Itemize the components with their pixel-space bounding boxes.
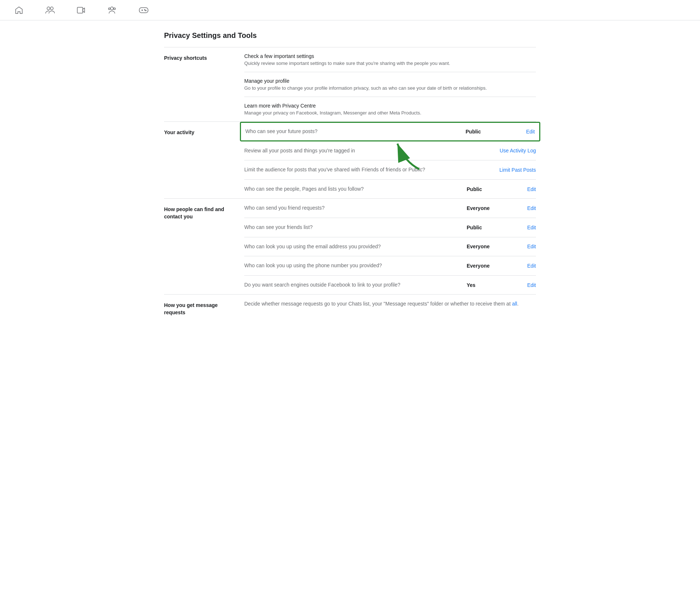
search-engines-row: Do you want search engines outside Faceb… (244, 276, 536, 295)
message-requests-all-link[interactable]: all (512, 301, 517, 307)
svg-rect-2 (77, 7, 83, 13)
message-requests-label: How you get message requests (164, 295, 244, 323)
top-nav (0, 0, 700, 20)
activity-log-description: Review all your posts and things you're … (244, 147, 467, 155)
shortcut-row-3: Learn more with Privacy Centre Manage yo… (244, 97, 536, 121)
friends-list-description: Who can see your friends list? (244, 224, 467, 231)
phone-lookup-description: Who can look you up using the phone numb… (244, 262, 467, 269)
phone-lookup-edit-button[interactable]: Edit (499, 263, 536, 269)
friend-requests-description: Who can send you friend requests? (244, 205, 467, 212)
email-lookup-edit-button[interactable]: Edit (499, 244, 536, 249)
your-activity-items: Who can see your future posts? Public Ed… (244, 122, 536, 198)
limit-past-posts-button[interactable]: Limit Past Posts (499, 167, 536, 173)
limit-past-posts-row: Limit the audience for posts that you've… (244, 160, 536, 180)
email-lookup-row: Who can look you up using the email addr… (244, 237, 536, 257)
friend-requests-row: Who can send you friend requests? Everyo… (244, 199, 536, 218)
shortcut-title-3[interactable]: Learn more with Privacy Centre (244, 103, 536, 109)
shortcut-desc-1: Quickly review some important settings t… (244, 61, 536, 66)
future-posts-description: Who can see your future posts? (245, 128, 466, 135)
message-requests-section: How you get message requests Decide whet… (164, 295, 536, 323)
future-posts-edit-button[interactable]: Edit (498, 129, 535, 135)
email-lookup-description: Who can look you up using the email addr… (244, 243, 467, 250)
gaming-icon[interactable] (139, 6, 149, 14)
svg-point-1 (50, 7, 53, 10)
privacy-shortcuts-items: Check a few important settings Quickly r… (244, 47, 536, 121)
video-icon[interactable] (77, 6, 85, 15)
your-activity-section: Your activity Who can see your future po… (164, 122, 536, 198)
phone-lookup-row: Who can look you up using the phone numb… (244, 256, 536, 276)
phone-lookup-value: Everyone (467, 263, 499, 269)
find-contact-section: How people can find and contact you Who … (164, 199, 536, 294)
activity-log-row: Review all your posts and things you're … (244, 141, 536, 161)
follow-list-row: Who can see the people, Pages and lists … (244, 180, 536, 199)
svg-point-8 (145, 10, 146, 11)
friend-requests-value: Everyone (467, 205, 499, 211)
limit-past-posts-description: Limit the audience for posts that you've… (244, 166, 467, 174)
friends-list-edit-button[interactable]: Edit (499, 225, 536, 230)
email-lookup-value: Everyone (467, 244, 499, 249)
svg-rect-6 (139, 8, 148, 13)
svg-point-0 (47, 7, 50, 10)
message-requests-items: Decide whether message requests go to yo… (244, 295, 536, 323)
groups-icon[interactable] (107, 6, 117, 15)
main-content: Privacy Settings and Tools Privacy short… (149, 20, 551, 335)
privacy-shortcuts-label: Privacy shortcuts (164, 47, 244, 121)
message-requests-row: Decide whether message requests go to yo… (244, 295, 536, 314)
friends-list-value: Public (467, 225, 499, 230)
future-posts-row: Who can see your future posts? Public Ed… (240, 122, 540, 141)
your-activity-label: Your activity (164, 122, 244, 198)
privacy-shortcuts-section: Privacy shortcuts Check a few important … (164, 47, 536, 121)
page-title: Privacy Settings and Tools (164, 31, 536, 40)
nav-icons (15, 6, 149, 15)
find-contact-label: How people can find and contact you (164, 199, 244, 294)
search-engines-value: Yes (467, 282, 499, 288)
follow-list-edit-button[interactable]: Edit (499, 186, 536, 192)
svg-point-4 (114, 8, 116, 9)
svg-point-7 (144, 9, 145, 10)
find-contact-items: Who can send you friend requests? Everyo… (244, 199, 536, 294)
shortcut-row-2: Manage your profile Go to your profile t… (244, 72, 536, 97)
search-engines-description: Do you want search engines outside Faceb… (244, 281, 467, 289)
home-icon[interactable] (15, 6, 23, 15)
friends-list-row: Who can see your friends list? Public Ed… (244, 218, 536, 237)
follow-list-description: Who can see the people, Pages and lists … (244, 186, 467, 193)
use-activity-log-button[interactable]: Use Activity Log (499, 148, 536, 153)
people-icon[interactable] (45, 6, 55, 15)
shortcut-desc-2: Go to your profile to change your profil… (244, 85, 536, 91)
message-requests-description: Decide whether message requests go to yo… (244, 300, 536, 308)
friend-requests-edit-button[interactable]: Edit (499, 205, 536, 211)
shortcut-row-1: Check a few important settings Quickly r… (244, 47, 536, 72)
shortcut-desc-3: Manage your privacy on Facebook, Instagr… (244, 110, 536, 116)
search-engines-edit-button[interactable]: Edit (499, 282, 536, 288)
future-posts-value: Public (466, 129, 498, 135)
svg-point-5 (109, 8, 110, 9)
svg-point-3 (110, 7, 113, 10)
shortcut-title-1[interactable]: Check a few important settings (244, 53, 536, 59)
shortcut-title-2[interactable]: Manage your profile (244, 78, 536, 84)
follow-list-value: Public (467, 186, 499, 192)
